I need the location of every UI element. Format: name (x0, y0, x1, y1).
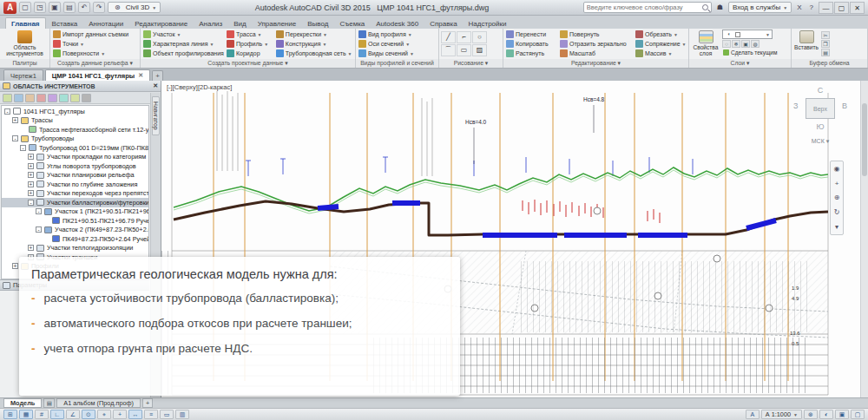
search-input[interactable] (587, 3, 700, 11)
tree-item-ballast-1[interactable]: -Участок 1 (ПК21+90.51-ПК21+96.79) (2, 207, 148, 217)
hardware-accel-icon[interactable]: ▣ (835, 410, 849, 419)
mirror-button[interactable]: Отразить зеркально (559, 39, 633, 49)
workspace-dropdown[interactable]: ⊛ Civil 3D ▼ (108, 2, 161, 13)
layout-list-icon[interactable]: ▤ (43, 398, 55, 408)
tab-analyze[interactable]: Анализ (194, 18, 227, 29)
layer-freeze-icon[interactable]: ❄ (732, 40, 740, 48)
fillet-button[interactable]: Сопряжение▼ (635, 39, 687, 49)
tree-item-ballast-2-creek[interactable]: ПК49+87.23-ПК50+2.64 Ручей (2, 234, 148, 244)
lineweight-toggle[interactable]: ≡ (144, 410, 158, 419)
osnap-toggle[interactable]: ⊙ (82, 410, 95, 419)
layer-isolate-icon[interactable]: ◍ (751, 40, 760, 48)
section-views-button[interactable]: Виды сечений▼ (358, 49, 415, 58)
tab-help[interactable]: Справка (424, 18, 462, 29)
undo-icon[interactable]: ↶ (78, 2, 90, 13)
paste-button[interactable]: Вставить (793, 30, 819, 50)
viewcube-top-face[interactable]: Верх (806, 98, 835, 119)
panel-label[interactable]: Создать данные рельефа ▾ (50, 59, 140, 68)
tab-modify[interactable]: Редактирование (129, 18, 193, 29)
vertical-scrollbar[interactable] (860, 81, 868, 397)
tool-icon-8[interactable] (82, 94, 91, 102)
toolspace-button[interactable]: Область инструментов (2, 30, 48, 56)
redo-icon[interactable]: ↷ (93, 2, 105, 13)
tree-item-alignments[interactable]: +Трассы (2, 116, 148, 126)
showmotion-icon[interactable]: ▾ (835, 223, 838, 231)
tool-icon-7[interactable] (70, 94, 80, 102)
tree-item-insulation[interactable]: +Участки теплогидроизоляции (2, 244, 148, 253)
sample-lines-button[interactable]: Оси сечений▼ (358, 39, 415, 49)
parcel-button[interactable]: Участок▼ (142, 30, 224, 39)
maximize-button[interactable]: ▢ (834, 2, 849, 14)
viewcube-csys-menu[interactable]: МСК ▾ (793, 138, 847, 145)
intersections-button[interactable]: Перекрестки▼ (275, 30, 353, 39)
tab-annotate[interactable]: Аннотации (83, 18, 128, 29)
tree-item-pipelines[interactable]: -Трубопроводы (2, 135, 148, 144)
dynamic-input-toggle[interactable]: ↔ (128, 410, 142, 419)
tree-item-crossings[interactable]: +Участки переходов через препятствия (2, 189, 148, 199)
circle-tool[interactable]: ○ (472, 31, 487, 43)
new-icon[interactable]: ▢ (19, 2, 31, 13)
import-survey-button[interactable]: Импорт данных съемки (52, 30, 129, 39)
viewcube[interactable]: С З Верх В Ю МСК ▾ (793, 86, 847, 161)
stretch-button[interactable]: Растянуть (505, 49, 557, 58)
tree-item-lay-categories[interactable]: +Участки прокладки по категориям (2, 153, 148, 162)
ortho-toggle[interactable]: ∟ (50, 410, 64, 419)
match-properties-icon[interactable]: ▤ (821, 49, 830, 56)
close-icon[interactable]: ✕ (138, 72, 143, 79)
arc-tool[interactable]: ⌒ (441, 44, 456, 56)
surfaces-button[interactable]: Поверхности▼ (52, 49, 129, 58)
tree-item-ballast-areas[interactable]: -Участки балластировки/футеровки (2, 198, 148, 207)
search-icon[interactable] (702, 4, 708, 10)
polar-toggle[interactable]: ∠ (66, 410, 80, 419)
array-button[interactable]: Массив▼ (635, 49, 687, 58)
help-search[interactable] (583, 2, 712, 13)
dynamic-ucs-toggle[interactable]: + (113, 410, 127, 419)
tree-item-depth-areas[interactable]: +Участки по глубине заложения (2, 180, 148, 189)
panel-label[interactable]: Редактирование ▾ (503, 59, 688, 68)
panel-label[interactable]: Слои ▾ (689, 59, 791, 68)
corridor-button[interactable]: Коридор (226, 49, 273, 58)
copy-button[interactable]: Копировать (505, 39, 557, 49)
tool-icon-5[interactable] (48, 94, 57, 102)
infer-constraints-toggle[interactable]: ⊞ (3, 410, 17, 419)
annotation-visibility-toggle[interactable]: А (746, 410, 760, 419)
tool-icon-4[interactable] (36, 94, 46, 102)
tree-item-alignment[interactable]: Трасса нефтегазосборной сети т.12-уз.2 (2, 125, 148, 135)
toolspace-close-icon[interactable]: ✕ (153, 82, 158, 89)
tree-item-ballast-2[interactable]: -Участок 2 (ПК49+87.23-ПК50+2.64) (2, 226, 148, 235)
exchange-apps-icon[interactable]: X (794, 3, 804, 11)
grid-toggle[interactable]: # (35, 410, 49, 419)
assembly-button[interactable]: Конструкция▼ (275, 39, 353, 49)
copy-clip-icon[interactable]: ❐ (821, 40, 830, 48)
viewcube-east[interactable]: В (842, 102, 847, 110)
tab-insert[interactable]: Вставка (47, 18, 83, 29)
layer-lock-icon[interactable]: ▣ (741, 40, 750, 48)
tree-item-bend-angles[interactable]: +Углы поворота трубопроводов (2, 161, 148, 171)
app-menu-button[interactable]: A (3, 2, 16, 14)
new-drawing-tab-button[interactable]: + (152, 70, 163, 81)
hatch-tool[interactable]: ▨ (472, 44, 487, 56)
trim-button[interactable]: Обрезать▼ (635, 30, 687, 39)
grading-button[interactable]: Объект профилирования▼ (142, 49, 224, 58)
alignment-button[interactable]: Трасса▼ (226, 30, 273, 39)
line-tool[interactable]: ╱ (441, 31, 456, 43)
open-icon[interactable]: ◳ (34, 2, 46, 13)
feature-line-button[interactable]: Характерная линия▼ (142, 39, 224, 49)
close-button[interactable]: ✕ (850, 2, 865, 14)
prospector-side-tab[interactable]: Навигатор (152, 96, 160, 135)
file-tab-current[interactable]: ЦМР 1041 НГС1_футляры✕ (45, 69, 150, 81)
tool-icon-1[interactable] (3, 94, 12, 102)
steering-wheel-icon[interactable]: ◉ (834, 165, 840, 173)
panel-label[interactable]: Буфер обмена (792, 59, 867, 68)
annotation-scale-dropdown[interactable]: А 1:1000▼ (761, 410, 802, 419)
layer-properties-button[interactable]: Свойства слоя (691, 30, 720, 56)
tree-item-grading-areas[interactable]: +Участки планировки рельефа (2, 171, 148, 180)
model-tab[interactable]: Модель (3, 398, 42, 408)
pipe-network-button[interactable]: Трубопроводная сеть▼ (275, 49, 353, 58)
file-tab-drawing1[interactable]: Чертеж1 (3, 69, 43, 81)
snap-toggle[interactable]: ▦ (19, 410, 33, 419)
minimize-button[interactable]: — (819, 2, 833, 14)
move-button[interactable]: Перенести (505, 30, 557, 39)
workspace-switching-icon[interactable]: ⊛ (804, 410, 818, 419)
viewcube-south[interactable]: Ю (793, 122, 847, 131)
